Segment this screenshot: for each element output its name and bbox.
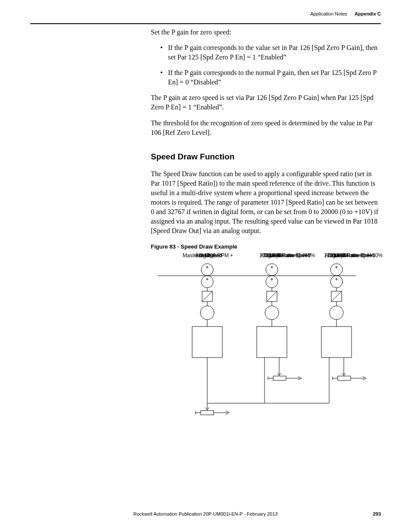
svg-rect-49 [201,411,214,415]
section-heading: Speed Draw Function [151,152,381,162]
paragraph: The Speed Draw function can be used to a… [151,169,381,236]
svg-rect-43 [321,327,352,358]
svg-point-25 [265,306,279,320]
svg-line-39 [331,291,342,302]
svg-line-23 [267,291,277,302]
svg-point-31 [330,264,342,276]
page-header: Application Notes Appendix C [30,11,381,16]
page-footer: Rockwell Automation Publication 20P-UM00… [30,511,381,516]
label-sr1b: (10500 count) [271,252,300,258]
label-1: 1 [263,252,266,258]
svg-line-51 [226,413,229,414]
svg-line-9 [202,291,212,302]
svg-rect-27 [257,327,287,358]
svg-point-41 [330,306,343,320]
svg-point-4 [201,276,213,288]
svg-point-18 [266,276,278,288]
svg-line-56 [298,378,302,380]
label-sr2b: (11000 count) [335,252,364,258]
list-item: If the P gain corresponds to the value s… [151,43,381,62]
svg-line-60 [363,376,366,378]
label-line-speed: Line Speed [196,252,222,258]
diagram-svg [149,252,390,433]
svg-rect-54 [273,376,286,380]
svg-rect-59 [338,376,351,380]
svg-line-55 [298,376,302,378]
header-section: Application Notes [310,11,347,16]
paragraph: The threshold for the recognition of zer… [151,118,381,137]
svg-line-61 [363,378,366,380]
svg-point-1 [201,264,213,276]
figure-caption: Figure 83 - Speed Draw Example [151,243,381,250]
svg-point-34 [330,276,342,288]
header-rule [30,23,381,24]
svg-point-15 [266,264,278,276]
svg-rect-13 [192,327,222,358]
page-number: 293 [373,511,381,516]
label-plus: + [230,252,233,258]
main-content: Set the P gain for zero speed: If the P … [151,28,381,433]
figure-speed-draw: Master = 1000 RPM 1050 RPM 1100 RPM M M … [149,252,390,433]
bullet-list: If the P gain corresponds to the value s… [151,43,381,87]
list-item: If the P gain corresponds to the normal … [151,68,381,87]
svg-line-50 [226,411,229,413]
svg-point-11 [200,306,214,320]
header-appendix: Appendix C [355,11,381,16]
footer-publication: Rockwell Automation Publication 20P-UM00… [134,511,278,516]
paragraph: The P gain at zero speed is set via Par … [151,93,381,112]
paragraph: Set the P gain for zero speed: [151,28,381,37]
label-1: 1 [327,252,330,258]
